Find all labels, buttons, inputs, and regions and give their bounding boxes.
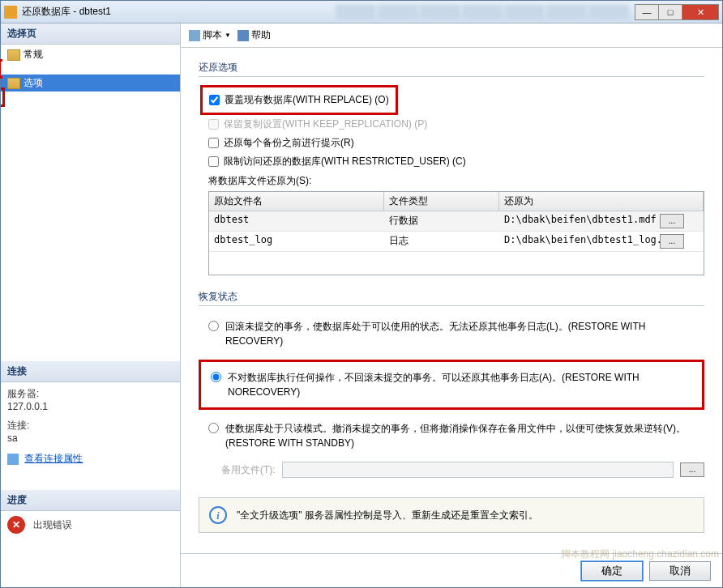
info-box: i "全文升级选项" 服务器属性控制是导入、重新生成还是重置全文索引。 bbox=[199, 497, 704, 533]
col-header-name[interactable]: 原始文件名 bbox=[209, 192, 384, 211]
progress-status-block: ✕ 出现错误 bbox=[1, 511, 180, 539]
close-button[interactable]: ✕ bbox=[682, 4, 719, 20]
conn-value: sa bbox=[7, 432, 173, 444]
file-name-cell: dbtest bbox=[209, 211, 384, 231]
restore-options-title: 还原选项 bbox=[199, 61, 704, 75]
view-connection-link[interactable]: 查看连接属性 bbox=[24, 453, 83, 464]
page-icon bbox=[7, 78, 20, 89]
file-name-cell: dbtest_log bbox=[209, 232, 384, 251]
recovery-title: 恢复状态 bbox=[199, 290, 704, 304]
recovery-radio-norecovery[interactable] bbox=[211, 372, 221, 382]
ok-button[interactable]: 确定 bbox=[581, 561, 643, 581]
select-page-header: 选择页 bbox=[1, 23, 180, 45]
keep-replication-checkbox bbox=[208, 119, 219, 130]
script-label: 脚本 bbox=[203, 28, 222, 42]
recovery-label-3[interactable]: 使数据库处于只读模式。撤消未提交的事务，但将撤消操作保存在备用文件中，以便可使恢… bbox=[225, 421, 704, 450]
restricted-label[interactable]: 限制访问还原的数据库(WITH RESTRICTED_USER) (C) bbox=[224, 155, 466, 168]
info-text: "全文升级选项" 服务器属性控制是导入、重新生成还是重置全文索引。 bbox=[237, 509, 538, 522]
file-path-cell: D:\dbak\beifen\dbtest1.mdf bbox=[499, 211, 655, 231]
file-path-cell: D:\dbak\beifen\dbtest1_log.ldf bbox=[499, 232, 655, 251]
help-button[interactable]: 帮助 bbox=[237, 28, 271, 42]
overwrite-label[interactable]: 覆盖现有数据库(WITH REPLACE) (O) bbox=[225, 93, 389, 107]
background-tabs bbox=[336, 5, 629, 19]
connection-header: 连接 bbox=[1, 361, 180, 382]
restore-as-label: 将数据库文件还原为(S): bbox=[199, 171, 704, 191]
sidebar-item-general[interactable]: 常规 bbox=[1, 46, 180, 63]
browse-button[interactable]: ... bbox=[660, 214, 684, 228]
maximize-button[interactable]: □ bbox=[658, 4, 682, 20]
titlebar: 还原数据库 - dbtest1 — □ ✕ bbox=[1, 1, 722, 23]
col-header-path[interactable]: 还原为 bbox=[499, 192, 704, 211]
backup-file-input bbox=[282, 462, 674, 478]
recovery-radio-recovery[interactable] bbox=[208, 321, 219, 331]
minimize-button[interactable]: — bbox=[635, 4, 659, 20]
script-icon bbox=[189, 30, 200, 41]
page-icon bbox=[7, 49, 20, 61]
table-row[interactable]: dbtest_log 日志 D:\dbak\beifen\dbtest1_log… bbox=[209, 232, 704, 252]
table-row[interactable]: dbtest 行数据 D:\dbak\beifen\dbtest1.mdf ..… bbox=[209, 211, 704, 232]
file-type-cell: 日志 bbox=[384, 232, 499, 251]
cancel-button[interactable]: 取消 bbox=[649, 561, 711, 581]
conn-label: 连接: bbox=[7, 419, 173, 432]
toolbar: 脚本 ▼ 帮助 bbox=[181, 23, 722, 48]
window-title: 还原数据库 - dbtest1 bbox=[22, 5, 336, 19]
restricted-checkbox[interactable] bbox=[208, 156, 219, 167]
info-icon: i bbox=[209, 506, 227, 524]
recovery-label-2[interactable]: 不对数据库执行任何操作，不回滚未提交的事务。可以还原其他事务日志(A)。(RES… bbox=[228, 370, 695, 399]
overwrite-checkbox[interactable] bbox=[209, 95, 220, 105]
recovery-label-1[interactable]: 回滚未提交的事务，使数据库处于可以使用的状态。无法还原其他事务日志(L)。(RE… bbox=[225, 319, 704, 348]
connection-info: 服务器: 127.0.0.1 连接: sa 查看连接属性 bbox=[1, 382, 180, 471]
server-label: 服务器: bbox=[7, 387, 173, 401]
sidebar-item-options[interactable]: 选项 bbox=[1, 75, 180, 92]
sidebar-item-label: 选项 bbox=[24, 76, 43, 90]
file-table: 原始文件名 文件类型 还原为 dbtest 行数据 D:\dbak\beifen… bbox=[208, 191, 704, 275]
help-label: 帮助 bbox=[251, 28, 271, 42]
prompt-each-label[interactable]: 还原每个备份之前进行提示(R) bbox=[224, 136, 354, 150]
error-icon: ✕ bbox=[7, 516, 25, 534]
progress-header: 进度 bbox=[1, 490, 180, 511]
prompt-each-checkbox[interactable] bbox=[208, 138, 219, 148]
sidebar-item-label: 常规 bbox=[24, 48, 43, 62]
browse-button[interactable]: ... bbox=[660, 234, 684, 249]
sidebar: 选择页 常规 选项 连接 服务器: 127.0.0.1 连接: bbox=[1, 23, 181, 587]
chevron-down-icon: ▼ bbox=[225, 32, 231, 39]
watermark: 脚本教程网 jiaocheng.chazidian.com bbox=[561, 548, 719, 561]
file-type-cell: 行数据 bbox=[384, 211, 499, 231]
progress-status-text: 出现错误 bbox=[33, 518, 72, 532]
keep-replication-label: 保留复制设置(WITH KEEP_REPLICATION) (P) bbox=[224, 117, 427, 131]
recovery-radio-standby[interactable] bbox=[208, 423, 219, 433]
server-value: 127.0.0.1 bbox=[7, 401, 173, 412]
properties-icon bbox=[7, 454, 19, 465]
backup-file-label: 备用文件(T): bbox=[221, 463, 276, 477]
app-icon bbox=[4, 6, 17, 19]
col-header-type[interactable]: 文件类型 bbox=[384, 192, 499, 211]
help-icon bbox=[237, 30, 249, 41]
script-button[interactable]: 脚本 ▼ bbox=[189, 28, 231, 42]
backup-file-browse[interactable]: ... bbox=[680, 462, 704, 477]
